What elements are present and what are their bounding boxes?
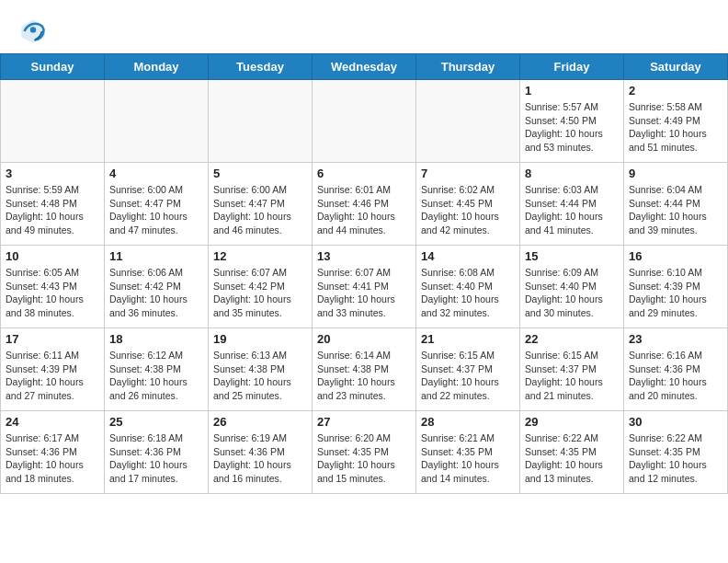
day-number: 26 <box>213 415 307 429</box>
day-info: Sunrise: 6:22 AMSunset: 4:35 PMDaylight:… <box>525 431 619 486</box>
calendar-cell: 2Sunrise: 5:58 AMSunset: 4:49 PMDaylight… <box>624 80 728 163</box>
day-info: Sunrise: 6:07 AMSunset: 4:41 PMDaylight:… <box>317 266 411 320</box>
day-info: Sunrise: 6:15 AMSunset: 4:37 PMDaylight:… <box>421 349 515 403</box>
calendar-week-row: 10Sunrise: 6:05 AMSunset: 4:43 PMDayligh… <box>1 246 728 328</box>
day-number: 22 <box>525 332 619 346</box>
day-number: 23 <box>629 332 722 346</box>
day-number: 30 <box>629 415 722 429</box>
calendar-cell: 11Sunrise: 6:06 AMSunset: 4:42 PMDayligh… <box>105 246 209 328</box>
calendar-cell: 13Sunrise: 6:07 AMSunset: 4:41 PMDayligh… <box>313 246 416 328</box>
calendar-cell: 15Sunrise: 6:09 AMSunset: 4:40 PMDayligh… <box>520 246 624 328</box>
calendar-cell: 5Sunrise: 6:00 AMSunset: 4:47 PMDaylight… <box>209 163 313 246</box>
calendar-cell: 3Sunrise: 5:59 AMSunset: 4:48 PMDaylight… <box>1 163 105 246</box>
calendar-cell: 30Sunrise: 6:22 AMSunset: 4:35 PMDayligh… <box>624 411 728 494</box>
day-number: 6 <box>317 167 411 180</box>
day-number: 29 <box>525 415 619 429</box>
day-info: Sunrise: 6:20 AMSunset: 4:35 PMDaylight:… <box>317 431 411 486</box>
calendar-cell: 28Sunrise: 6:21 AMSunset: 4:35 PMDayligh… <box>416 411 520 494</box>
calendar-week-row: 3Sunrise: 5:59 AMSunset: 4:48 PMDaylight… <box>1 163 728 246</box>
calendar-cell: 8Sunrise: 6:03 AMSunset: 4:44 PMDaylight… <box>520 163 624 246</box>
day-number: 15 <box>525 249 619 263</box>
day-number: 3 <box>6 167 99 180</box>
day-info: Sunrise: 6:11 AMSunset: 4:39 PMDaylight:… <box>6 349 99 403</box>
day-number: 2 <box>629 84 722 98</box>
calendar-cell: 14Sunrise: 6:08 AMSunset: 4:40 PMDayligh… <box>416 246 520 328</box>
calendar-cell: 22Sunrise: 6:15 AMSunset: 4:37 PMDayligh… <box>520 328 624 411</box>
day-info: Sunrise: 6:07 AMSunset: 4:42 PMDaylight:… <box>213 266 307 320</box>
calendar-cell: 26Sunrise: 6:19 AMSunset: 4:36 PMDayligh… <box>209 411 313 494</box>
day-number: 27 <box>317 415 411 429</box>
calendar-cell: 17Sunrise: 6:11 AMSunset: 4:39 PMDayligh… <box>1 328 105 411</box>
calendar-cell: 12Sunrise: 6:07 AMSunset: 4:42 PMDayligh… <box>209 246 313 328</box>
day-number: 13 <box>317 249 411 263</box>
calendar-cell: 23Sunrise: 6:16 AMSunset: 4:36 PMDayligh… <box>624 328 728 411</box>
day-number: 17 <box>6 332 99 346</box>
calendar-weekday-thursday: Thursday <box>416 54 520 80</box>
day-info: Sunrise: 6:13 AMSunset: 4:38 PMDaylight:… <box>213 349 307 403</box>
day-info: Sunrise: 6:00 AMSunset: 4:47 PMDaylight:… <box>213 183 307 237</box>
day-number: 14 <box>421 249 515 263</box>
day-info: Sunrise: 6:15 AMSunset: 4:37 PMDaylight:… <box>525 349 619 403</box>
day-number: 21 <box>421 332 515 346</box>
day-number: 20 <box>317 332 411 346</box>
calendar-cell: 25Sunrise: 6:18 AMSunset: 4:36 PMDayligh… <box>105 411 209 494</box>
day-info: Sunrise: 6:18 AMSunset: 4:36 PMDaylight:… <box>109 431 203 486</box>
calendar-cell: 9Sunrise: 6:04 AMSunset: 4:44 PMDaylight… <box>624 163 728 246</box>
day-info: Sunrise: 5:58 AMSunset: 4:49 PMDaylight:… <box>629 100 722 155</box>
day-info: Sunrise: 5:59 AMSunset: 4:48 PMDaylight:… <box>6 183 99 237</box>
calendar-cell <box>105 80 209 163</box>
day-info: Sunrise: 6:09 AMSunset: 4:40 PMDaylight:… <box>525 266 619 320</box>
day-number: 24 <box>6 415 99 429</box>
calendar-cell: 7Sunrise: 6:02 AMSunset: 4:45 PMDaylight… <box>416 163 520 246</box>
calendar-table: SundayMondayTuesdayWednesdayThursdayFrid… <box>0 53 728 494</box>
calendar-cell: 10Sunrise: 6:05 AMSunset: 4:43 PMDayligh… <box>1 246 105 328</box>
day-info: Sunrise: 6:05 AMSunset: 4:43 PMDaylight:… <box>6 266 99 320</box>
calendar-weekday-saturday: Saturday <box>624 54 728 80</box>
calendar-week-row: 1Sunrise: 5:57 AMSunset: 4:50 PMDaylight… <box>1 80 728 163</box>
day-info: Sunrise: 6:02 AMSunset: 4:45 PMDaylight:… <box>421 183 515 237</box>
day-info: Sunrise: 6:22 AMSunset: 4:35 PMDaylight:… <box>629 431 722 486</box>
calendar-cell <box>209 80 313 163</box>
day-info: Sunrise: 6:06 AMSunset: 4:42 PMDaylight:… <box>109 266 203 320</box>
calendar-cell: 21Sunrise: 6:15 AMSunset: 4:37 PMDayligh… <box>416 328 520 411</box>
calendar-weekday-friday: Friday <box>520 54 624 80</box>
day-info: Sunrise: 6:16 AMSunset: 4:36 PMDaylight:… <box>629 349 722 403</box>
calendar-cell: 29Sunrise: 6:22 AMSunset: 4:35 PMDayligh… <box>520 411 624 494</box>
calendar-week-row: 24Sunrise: 6:17 AMSunset: 4:36 PMDayligh… <box>1 411 728 494</box>
calendar-cell: 4Sunrise: 6:00 AMSunset: 4:47 PMDaylight… <box>105 163 209 246</box>
day-info: Sunrise: 6:04 AMSunset: 4:44 PMDaylight:… <box>629 183 722 237</box>
day-info: Sunrise: 6:21 AMSunset: 4:35 PMDaylight:… <box>421 431 515 486</box>
calendar-weekday-wednesday: Wednesday <box>313 54 416 80</box>
day-number: 1 <box>525 84 619 98</box>
day-number: 19 <box>213 332 307 346</box>
day-number: 10 <box>6 249 99 263</box>
day-info: Sunrise: 6:17 AMSunset: 4:36 PMDaylight:… <box>6 431 99 486</box>
logo-icon <box>18 17 48 46</box>
calendar-weekday-monday: Monday <box>105 54 209 80</box>
calendar-weekday-sunday: Sunday <box>1 54 105 80</box>
calendar-cell: 1Sunrise: 5:57 AMSunset: 4:50 PMDaylight… <box>520 80 624 163</box>
day-number: 25 <box>109 415 203 429</box>
day-number: 18 <box>109 332 203 346</box>
logo <box>18 17 53 46</box>
day-info: Sunrise: 6:19 AMSunset: 4:36 PMDaylight:… <box>213 431 307 486</box>
day-number: 5 <box>213 167 307 180</box>
day-info: Sunrise: 6:08 AMSunset: 4:40 PMDaylight:… <box>421 266 515 320</box>
day-number: 28 <box>421 415 515 429</box>
day-number: 16 <box>629 249 722 263</box>
day-info: Sunrise: 6:00 AMSunset: 4:47 PMDaylight:… <box>109 183 203 237</box>
calendar-cell: 27Sunrise: 6:20 AMSunset: 4:35 PMDayligh… <box>313 411 416 494</box>
day-info: Sunrise: 6:01 AMSunset: 4:46 PMDaylight:… <box>317 183 411 237</box>
calendar-cell <box>313 80 416 163</box>
calendar-cell: 24Sunrise: 6:17 AMSunset: 4:36 PMDayligh… <box>1 411 105 494</box>
day-info: Sunrise: 6:12 AMSunset: 4:38 PMDaylight:… <box>109 349 203 403</box>
calendar-cell: 6Sunrise: 6:01 AMSunset: 4:46 PMDaylight… <box>313 163 416 246</box>
day-number: 4 <box>109 167 203 180</box>
day-info: Sunrise: 6:10 AMSunset: 4:39 PMDaylight:… <box>629 266 722 320</box>
day-number: 11 <box>109 249 203 263</box>
day-number: 9 <box>629 167 722 180</box>
calendar-cell <box>416 80 520 163</box>
calendar-cell: 20Sunrise: 6:14 AMSunset: 4:38 PMDayligh… <box>313 328 416 411</box>
day-number: 7 <box>421 167 515 180</box>
svg-point-1 <box>30 27 36 32</box>
